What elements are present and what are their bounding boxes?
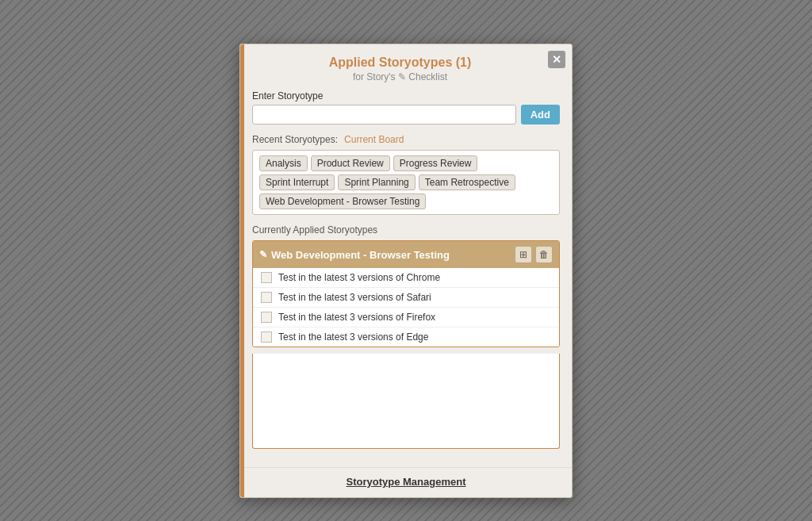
copy-icon: ⊞ [519, 249, 527, 260]
tags-container: Analysis Product Review Progress Review … [252, 150, 560, 215]
empty-area [252, 354, 560, 449]
checklist-item: Test in the latest 3 versions of Chrome [253, 268, 559, 288]
checklist-checkbox-4[interactable] [261, 331, 272, 343]
storyotype-group-title: ✎ Web Development - Browser Testing [259, 249, 450, 261]
tag-sprint-planning[interactable]: Sprint Planning [338, 174, 415, 190]
applied-label: Currently Applied Storyotypes [252, 224, 560, 236]
group-actions: ⊞ 🗑 [515, 246, 553, 263]
add-button[interactable]: Add [521, 105, 560, 125]
management-link[interactable]: Storyotype Management [347, 476, 466, 488]
pencil-icon: ✎ [398, 71, 408, 82]
storyotype-group: ✎ Web Development - Browser Testing ⊞ 🗑 [252, 240, 560, 347]
copy-group-button[interactable]: ⊞ [515, 246, 532, 263]
tag-sprint-interrupt[interactable]: Sprint Interrupt [259, 174, 335, 190]
modal-title: Applied Storyotypes (1) [256, 56, 544, 70]
checklist-item: Test in the latest 3 versions of Firefox [253, 308, 559, 328]
modal-footer: Storyotype Management [240, 467, 572, 497]
delete-group-button[interactable]: 🗑 [535, 246, 553, 263]
storyotypes-modal: ✕ Applied Storyotypes (1) for Story's ✎ … [239, 44, 573, 498]
checklist-checkbox-3[interactable] [261, 312, 272, 323]
modal-header: Applied Storyotypes (1) for Story's ✎ Ch… [240, 44, 572, 90]
modal-body: Enter Storyotype Add Recent Storyotypes:… [240, 90, 572, 467]
modal-backdrop: ✕ Applied Storyotypes (1) for Story's ✎ … [0, 0, 812, 521]
checklist-checkbox-2[interactable] [261, 292, 272, 303]
checklist-item: Test in the latest 3 versions of Safari [253, 288, 559, 308]
tag-progress-review[interactable]: Progress Review [393, 155, 478, 171]
checklist-checkbox-1[interactable] [261, 272, 272, 283]
trash-icon: 🗑 [539, 249, 549, 260]
checklist-item: Test in the latest 3 versions of Edge [253, 328, 559, 347]
modal-subtitle: for Story's ✎ Checklist [256, 71, 544, 82]
storyotype-input[interactable] [252, 105, 516, 125]
recent-label: Recent Storyotypes: [252, 134, 338, 145]
tag-team-retrospective[interactable]: Team Retrospective [419, 174, 515, 190]
checklist-items: Test in the latest 3 versions of Chrome … [253, 268, 559, 347]
storyotype-input-row: Add [252, 105, 560, 125]
tag-web-dev-browser[interactable]: Web Development - Browser Testing [259, 193, 426, 209]
recent-row: Recent Storyotypes: Current Board [252, 134, 560, 145]
tag-product-review[interactable]: Product Review [311, 155, 390, 171]
tag-analysis[interactable]: Analysis [259, 155, 308, 171]
close-button[interactable]: ✕ [548, 51, 565, 68]
storyotype-group-header: ✎ Web Development - Browser Testing ⊞ 🗑 [253, 241, 559, 268]
enter-storyotype-label: Enter Storyotype [252, 90, 560, 102]
group-pencil-icon: ✎ [259, 249, 267, 260]
current-board-link[interactable]: Current Board [344, 134, 404, 145]
